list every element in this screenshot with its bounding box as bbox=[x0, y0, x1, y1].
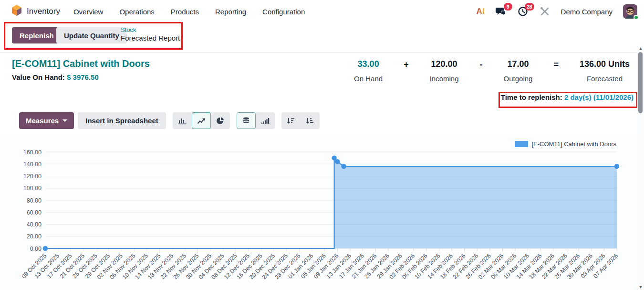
stat-incoming-label: Incoming bbox=[430, 75, 459, 83]
value-on-hand-label: Value On Hand: bbox=[12, 73, 65, 81]
time-to-replenish: Time to replenish: 2 day(s) (11/01/2026) bbox=[501, 93, 634, 101]
systray: AI 9 28 Demo Company bbox=[477, 0, 637, 23]
messages-badge: 9 bbox=[504, 3, 512, 11]
svg-text:0.00: 0.00 bbox=[30, 246, 42, 252]
sort-descending-button[interactable] bbox=[281, 112, 301, 129]
stat-forecasted: 136.00 Units Forecasted bbox=[580, 59, 630, 83]
stat-on-hand-label: On Hand bbox=[354, 75, 383, 83]
chart-type-group bbox=[173, 112, 230, 129]
stat-on-hand-value[interactable]: 33.00 bbox=[358, 59, 379, 69]
svg-text:160.00: 160.00 bbox=[23, 149, 42, 156]
forecast-chart-region: [E-COM11] Cabinet with Doors 0.0020.0040… bbox=[0, 134, 637, 290]
graph-toolbar: Measures Insert in Spreadsheet bbox=[19, 112, 320, 129]
panel-divider bbox=[0, 52, 644, 53]
svg-text:20.00: 20.00 bbox=[27, 233, 42, 240]
pie-chart-icon bbox=[217, 117, 224, 125]
pie-chart-button[interactable] bbox=[211, 112, 230, 129]
breadcrumb-stock-link[interactable]: Stock bbox=[121, 26, 180, 34]
ai-icon[interactable]: AI bbox=[477, 7, 485, 16]
line-chart-button[interactable] bbox=[192, 112, 211, 129]
sort-ascending-button[interactable] bbox=[301, 112, 320, 129]
svg-text:120.00: 120.00 bbox=[23, 173, 42, 180]
activities-clock-icon[interactable]: 28 bbox=[517, 6, 529, 17]
scrollbar[interactable]: ▲ ▼ bbox=[637, 45, 644, 290]
nav-menu-operations[interactable]: Operations bbox=[119, 8, 154, 16]
avatar[interactable] bbox=[623, 4, 637, 19]
svg-text:100.00: 100.00 bbox=[23, 185, 42, 192]
sort-descending-icon bbox=[287, 117, 295, 125]
breadcrumb-current: Forecasted Report bbox=[121, 34, 180, 43]
operator-plus: + bbox=[404, 59, 409, 70]
stacked-toggle-button[interactable] bbox=[237, 112, 256, 129]
time-to-replenish-label: Time to replenish: bbox=[501, 93, 562, 101]
insert-in-spreadsheet-button[interactable]: Insert in Spreadsheet bbox=[78, 112, 166, 129]
company-name[interactable]: Demo Company bbox=[561, 8, 613, 16]
time-to-replenish-link[interactable]: 2 day(s) (11/01/2026) bbox=[564, 93, 634, 101]
online-status-dot bbox=[634, 15, 639, 20]
bar-chart-button[interactable] bbox=[173, 112, 192, 129]
svg-text:40.00: 40.00 bbox=[27, 221, 42, 228]
nav-menu-reporting[interactable]: Reporting bbox=[215, 8, 246, 16]
forecast-area-chart: 0.0020.0040.0060.0080.00100.00120.00140.… bbox=[0, 134, 637, 290]
operator-minus: - bbox=[480, 59, 483, 70]
page-title: [E-COM11] Cabinet with Doors bbox=[12, 58, 150, 69]
replenish-button[interactable]: Replenish bbox=[12, 27, 62, 43]
database-icon bbox=[242, 117, 250, 125]
bar-chart-icon bbox=[178, 117, 187, 125]
top-nav-bar: Inventory Overview Operations Products R… bbox=[0, 0, 644, 23]
breadcrumb: Stock Forecasted Report bbox=[121, 26, 180, 43]
app-title: Inventory bbox=[27, 7, 60, 16]
stat-incoming-value: 120.00 bbox=[431, 59, 457, 69]
nav-menus: Overview Operations Products Reporting C… bbox=[73, 8, 305, 16]
value-on-hand: Value On Hand: $ 3976.50 bbox=[12, 73, 99, 81]
signal-icon bbox=[261, 117, 270, 125]
stat-forecasted-label: Forecasted bbox=[587, 75, 623, 83]
messages-icon[interactable]: 9 bbox=[495, 6, 507, 17]
stat-incoming: 120.00 Incoming bbox=[430, 59, 459, 83]
scrollbar-down-arrow[interactable]: ▼ bbox=[637, 284, 644, 290]
caret-down-icon bbox=[62, 119, 67, 122]
nav-menu-configuration[interactable]: Configuration bbox=[262, 8, 305, 16]
nav-menu-overview[interactable]: Overview bbox=[73, 8, 104, 16]
stat-forecasted-value: 136.00 Units bbox=[580, 59, 630, 69]
svg-text:140.00: 140.00 bbox=[23, 161, 42, 168]
inventory-app-icon bbox=[11, 4, 22, 19]
stat-on-hand: 33.00 On Hand bbox=[354, 59, 383, 83]
scrollbar-thumb[interactable] bbox=[638, 52, 643, 113]
svg-text:80.00: 80.00 bbox=[27, 197, 42, 204]
operator-equals: = bbox=[553, 59, 559, 70]
chart-option-group bbox=[237, 112, 275, 129]
stat-outgoing: 17.00 Outgoing bbox=[504, 59, 533, 83]
nav-menu-products[interactable]: Products bbox=[171, 8, 199, 16]
sort-group bbox=[281, 112, 320, 129]
app-menu-button[interactable]: Inventory bbox=[0, 4, 60, 19]
update-quantity-button[interactable]: Update Quantity bbox=[56, 27, 127, 43]
stat-outgoing-label: Outgoing bbox=[504, 75, 533, 83]
svg-text:60.00: 60.00 bbox=[27, 209, 42, 216]
cumulative-button[interactable] bbox=[256, 112, 275, 129]
line-chart-icon bbox=[197, 117, 206, 125]
sort-ascending-icon bbox=[306, 117, 314, 125]
measures-button[interactable]: Measures bbox=[19, 112, 74, 129]
stats-equation: 33.00 On Hand + 120.00 Incoming - 17.00 … bbox=[354, 59, 630, 83]
value-on-hand-amount: $ 3976.50 bbox=[67, 73, 99, 81]
activities-badge: 28 bbox=[525, 3, 534, 11]
scrollbar-up-arrow[interactable]: ▲ bbox=[637, 45, 644, 51]
measures-label: Measures bbox=[26, 117, 59, 125]
stat-outgoing-value: 17.00 bbox=[507, 59, 529, 69]
tools-icon[interactable] bbox=[539, 6, 551, 17]
